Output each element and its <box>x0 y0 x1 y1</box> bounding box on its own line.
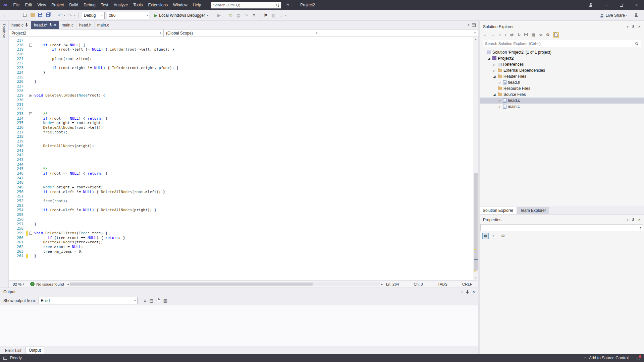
solution-explorer-search-input[interactable] <box>485 42 635 46</box>
tab-head-c[interactable]: head.c*× <box>31 21 59 29</box>
scroll-right-icon[interactable]: ▸ <box>381 283 383 286</box>
hot-reload-icon[interactable]: ↻ <box>228 13 233 18</box>
tab-output[interactable]: Output <box>25 347 44 354</box>
float-window-icon[interactable] <box>472 23 476 27</box>
code-line[interactable]: 218 if (root != NULL) { <box>9 43 478 48</box>
forward-icon[interactable]: → <box>491 33 495 37</box>
tree-expanded-arrow-icon[interactable]: ◢ <box>492 75 496 78</box>
scroll-down-icon[interactable]: ▾ <box>473 277 478 280</box>
output-content[interactable] <box>0 305 478 346</box>
add-to-source-control-button[interactable]: Add to Source Control <box>589 356 629 360</box>
menu-file[interactable]: File <box>10 0 22 10</box>
health-check-icon[interactable]: ✓ <box>30 282 35 286</box>
tab-head-c[interactable]: head.c <box>9 21 31 29</box>
navigate-forward-icon[interactable]: → <box>10 13 16 18</box>
code-line[interactable]: 237 free(root); <box>9 130 478 135</box>
code-line[interactable]: 263 tree->m_items = 0; <box>9 249 478 254</box>
code-line[interactable]: 246 if (root == NULL) { return; } <box>9 171 478 176</box>
code-line[interactable]: 233 /* <box>9 112 478 116</box>
tree-collapsed-arrow-icon[interactable]: ▷ <box>498 99 502 102</box>
code-line[interactable]: 255 <box>9 213 478 217</box>
tree-item-external-dependencies[interactable]: ▷External Dependencies <box>480 67 644 73</box>
collapse-all-icon[interactable] <box>524 33 528 37</box>
code-line[interactable]: 245 */ <box>9 167 478 171</box>
properties-header[interactable]: Properties ▾ × <box>480 216 644 224</box>
code-line[interactable]: 260 if (tree->root == NULL) { return; } <box>9 236 478 240</box>
sync-with-active-document-icon[interactable]: ⇄ <box>510 33 514 37</box>
document-list-dropdown-icon[interactable]: ▾ <box>468 23 469 26</box>
code-line[interactable]: 235 Node* pright = root->right; <box>9 121 478 125</box>
tab-main-c[interactable]: main.c <box>95 21 112 29</box>
code-line[interactable]: 232 <box>9 107 478 112</box>
menu-window[interactable]: Window <box>170 0 190 10</box>
notifications-icon[interactable] <box>636 356 641 360</box>
code-line[interactable]: 249 Node* pright = root->right; <box>9 185 478 190</box>
show-all-files-icon[interactable]: ▤ <box>531 33 535 37</box>
switch-views-icon[interactable]: ↕ <box>504 33 506 37</box>
code-line[interactable]: 250 if (root->left != NULL) { DeleteAllN… <box>9 190 478 194</box>
toggle-autoscroll-icon[interactable]: ▥ <box>163 298 167 303</box>
code-line[interactable]: 259void DeleteAllItems(Tree* tree) { <box>9 231 478 236</box>
tree-item-references[interactable]: ▷References <box>480 61 644 67</box>
code-line[interactable]: 229void DeleteAllNodes(Node*root) { <box>9 93 478 98</box>
tree-item-source-files[interactable]: ◢Source Files <box>480 92 644 98</box>
fold-collapse-icon[interactable] <box>29 94 32 97</box>
tree-expanded-arrow-icon[interactable]: ◢ <box>492 93 496 96</box>
code-editor[interactable]: 217218 if (root != NULL) {219 if (root->… <box>9 37 478 280</box>
fold-collapse-icon[interactable] <box>29 112 32 115</box>
code-line[interactable]: 258 <box>9 226 478 231</box>
solution-platform-dropdown[interactable]: x86 ▾ <box>107 12 150 19</box>
messages-icon[interactable]: ≡ <box>144 298 146 303</box>
menu-analyze[interactable]: Analyze <box>111 0 131 10</box>
code-line[interactable]: 228 <box>9 89 478 94</box>
wrap-icon[interactable]: ▤ <box>149 298 153 303</box>
solution-explorer-search-box[interactable] <box>483 40 641 47</box>
refresh-icon[interactable]: ↻ <box>517 33 521 37</box>
code-line[interactable]: 240 DeleteAllNodes(pright); <box>9 144 478 148</box>
tab-main-c[interactable]: main.c <box>59 21 76 29</box>
tree-item-head-h[interactable]: ▷head.h <box>480 79 644 85</box>
navigation-scope-dropdown[interactable]: (Global Scope) ▾ <box>164 29 320 37</box>
code-line[interactable]: 226} <box>9 79 478 84</box>
code-line[interactable]: 238 <box>9 134 478 139</box>
code-line[interactable]: 231 <box>9 103 478 107</box>
pin-icon[interactable] <box>49 23 52 27</box>
output-panel-header[interactable]: Output ▾ × <box>0 288 478 296</box>
code-line[interactable]: 227 <box>9 84 478 89</box>
code-line[interactable]: 253 <box>9 203 478 208</box>
navigate-back-icon[interactable]: ← <box>3 13 8 18</box>
feedback-icon[interactable] <box>634 13 638 18</box>
menu-help[interactable]: Help <box>190 0 204 10</box>
menu-debug[interactable]: Debug <box>81 0 98 10</box>
code-line[interactable]: 241 <box>9 148 478 153</box>
background-tasks-icon[interactable] <box>3 357 7 360</box>
view-code-icon[interactable]: </> <box>539 33 542 37</box>
quick-search-box[interactable] <box>211 2 281 9</box>
toolbar-overflow-icon[interactable]: ▾ <box>285 14 286 17</box>
menu-test[interactable]: Test <box>98 0 111 10</box>
toolbox-side-tab[interactable]: Toolbox <box>0 21 9 288</box>
code-line[interactable]: 256 <box>9 217 478 222</box>
scrollbar-thumb[interactable] <box>474 173 478 270</box>
pin-icon[interactable] <box>632 218 635 222</box>
chevron-down-icon[interactable]: ▾ <box>627 219 628 222</box>
tree-item-head-c[interactable]: ▷head.c <box>480 98 644 104</box>
solution-configuration-dropdown[interactable]: Debug ▾ <box>82 12 105 19</box>
properties-object-dropdown[interactable]: ▾ <box>480 224 643 231</box>
show-output-icon[interactable]: ≡ <box>251 13 257 18</box>
feedback-flag-icon[interactable]: ⚑ <box>286 3 289 7</box>
zoom-control[interactable]: 82 % ▾ <box>10 282 27 286</box>
code-line[interactable]: 220 <box>9 52 478 57</box>
vertical-scrollbar[interactable]: ▴ ▾ <box>473 37 478 280</box>
clear-all-icon[interactable] <box>157 298 160 303</box>
pin-icon[interactable] <box>632 25 635 29</box>
tree-collapsed-arrow-icon[interactable]: ▷ <box>498 105 502 108</box>
menu-view[interactable]: View <box>35 0 49 10</box>
solution-explorer-header[interactable]: Solution Explorer ▾ × <box>480 23 644 31</box>
start-debugging-button[interactable]: ▶ Local Windows Debugger ▾ <box>152 11 210 19</box>
tree-collapsed-arrow-icon[interactable]: ▷ <box>492 69 496 72</box>
code-line[interactable]: 217 <box>9 38 478 43</box>
save-all-icon[interactable] <box>45 13 51 18</box>
tree-expanded-arrow-icon[interactable]: ◢ <box>487 57 491 60</box>
redo-icon[interactable]: ↷ <box>67 13 73 18</box>
